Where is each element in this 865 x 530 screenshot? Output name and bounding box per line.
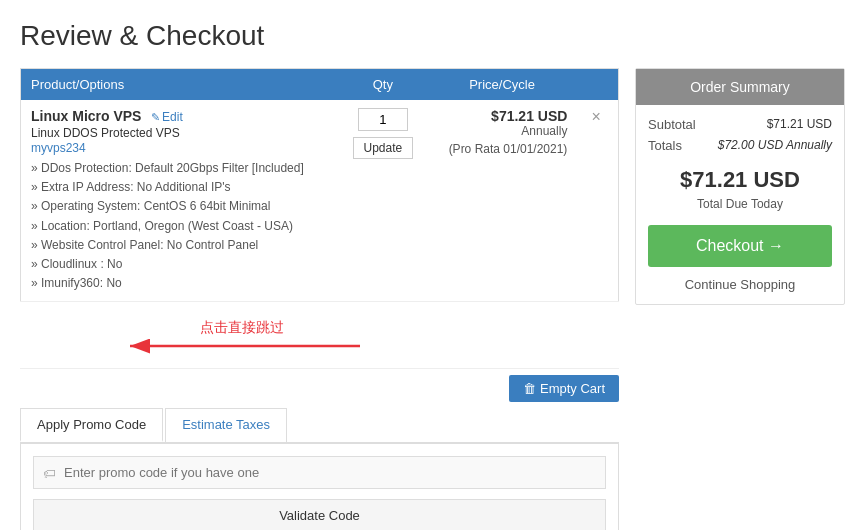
- table-row: Linux Micro VPS ✎Edit Linux DDOS Protect…: [21, 100, 619, 302]
- checkout-table: Product/Options Qty Price/Cycle Linux Mi…: [20, 68, 619, 302]
- left-panel: Product/Options Qty Price/Cycle Linux Mi…: [20, 68, 619, 530]
- subtotal-label: Subtotal: [648, 117, 696, 132]
- product-subtitle: Linux DDOS Protected VPS: [31, 126, 329, 140]
- checkout-button[interactable]: Checkout →: [648, 225, 832, 267]
- total-amount: $71.21 USD: [648, 167, 832, 193]
- product-id-link[interactable]: myvps234: [31, 141, 86, 155]
- validate-button[interactable]: Validate Code: [33, 499, 606, 530]
- remove-cell: ×: [577, 100, 618, 302]
- subtotal-row: Subtotal $71.21 USD: [648, 117, 832, 132]
- price-cycle: Annually: [437, 124, 568, 138]
- order-summary-body: Subtotal $71.21 USD Totals $72.00 USD An…: [636, 105, 844, 304]
- trash-icon: 🗑: [523, 381, 536, 396]
- total-amount-value: $71.21 USD: [680, 167, 800, 192]
- price-usd: $71.21 USD: [437, 108, 568, 124]
- col-remove: [577, 69, 618, 101]
- promo-section: 🏷 Validate Code: [20, 444, 619, 530]
- pro-rata: (Pro Rata 01/01/2021): [437, 142, 568, 156]
- page-title: Review & Checkout: [20, 20, 845, 52]
- product-name: Linux Micro VPS: [31, 108, 141, 124]
- qty-input[interactable]: [358, 108, 408, 131]
- promo-input-wrap: 🏷: [33, 456, 606, 489]
- promo-icon: 🏷: [43, 465, 56, 480]
- subtotal-value: $71.21 USD: [767, 117, 832, 132]
- edit-icon: ✎: [151, 111, 160, 123]
- edit-link[interactable]: ✎Edit: [151, 110, 183, 124]
- col-product: Product/Options: [21, 69, 340, 101]
- update-button[interactable]: Update: [353, 137, 414, 159]
- tabs-row: Apply Promo Code Estimate Taxes: [20, 408, 619, 444]
- product-cell: Linux Micro VPS ✎Edit Linux DDOS Protect…: [21, 100, 340, 302]
- order-summary: Order Summary Subtotal $71.21 USD Totals…: [635, 68, 845, 305]
- continue-shopping[interactable]: Continue Shopping: [648, 277, 832, 292]
- empty-cart-row: 🗑 Empty Cart: [20, 368, 619, 408]
- remove-button[interactable]: ×: [587, 108, 604, 126]
- col-price: Price/Cycle: [427, 69, 578, 101]
- totals-label: Totals: [648, 138, 682, 153]
- tab-taxes[interactable]: Estimate Taxes: [165, 408, 287, 442]
- annotation-arrow: [120, 332, 420, 360]
- total-due-label: Total Due Today: [648, 197, 832, 211]
- right-panel: Order Summary Subtotal $71.21 USD Totals…: [635, 68, 845, 305]
- empty-cart-label: Empty Cart: [540, 381, 605, 396]
- product-details: » DDos Protection: Default 20Gbps Filter…: [31, 159, 329, 293]
- tab-promo[interactable]: Apply Promo Code: [20, 408, 163, 442]
- totals-row: Totals $72.00 USD Annually: [648, 138, 832, 153]
- empty-cart-button[interactable]: 🗑 Empty Cart: [509, 375, 619, 402]
- totals-value: $72.00 USD Annually: [718, 138, 832, 153]
- qty-cell: Update: [339, 100, 427, 302]
- price-cell: $71.21 USD Annually (Pro Rata 01/01/2021…: [427, 100, 578, 302]
- order-summary-header: Order Summary: [636, 69, 844, 105]
- col-qty: Qty: [339, 69, 427, 101]
- promo-input[interactable]: [33, 456, 606, 489]
